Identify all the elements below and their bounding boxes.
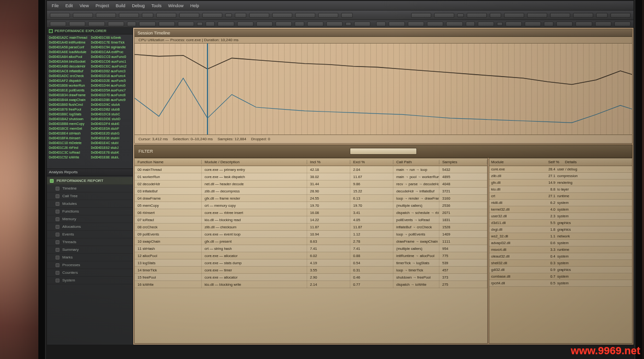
menu-item[interactable]: Tools: [150, 3, 163, 8]
toolbar-button[interactable]: [50, 13, 70, 18]
toolbar-button[interactable]: [159, 22, 175, 26]
symbol-row[interactable]: 0x00401E8E stubL: [91, 155, 131, 160]
symbol-row[interactable]: 0x00401D02 auxFunc3: [91, 69, 131, 74]
table-row[interactable]: 05 memCopycrt — memory copy19.7019.70(mu…: [135, 202, 487, 209]
symbol-row[interactable]: 0x00401E62 stubJ: [91, 146, 131, 150]
column-header[interactable]: Function Name: [135, 160, 202, 164]
toolbar-button[interactable]: [178, 22, 194, 26]
symbol-row[interactable]: 0x00401D2E auxFunc5: [91, 79, 131, 83]
column-header[interactable]: Details: [565, 160, 630, 164]
symbol-row[interactable]: 0x00401BCE memSet: [49, 126, 89, 131]
symbol-row[interactable]: 0x00401A2C mainThread: [49, 35, 89, 40]
toolbar-button[interactable]: [446, 22, 462, 26]
toolbar-button[interactable]: [73, 13, 93, 18]
table-row[interactable]: d3d11.dll5.5graphics: [489, 220, 632, 226]
table-row[interactable]: zlib.dll27.1compression: [489, 173, 632, 180]
toolbar-button[interactable]: [276, 22, 292, 26]
symbol-row[interactable]: 0x00401BB8 memCopy: [49, 122, 89, 126]
symbol-row[interactable]: 0x00401D5A auxFunc7: [91, 88, 131, 93]
toolbar-button[interactable]: [156, 13, 176, 18]
toolbar-button[interactable]: [434, 13, 454, 18]
toolbar-button[interactable]: [525, 22, 541, 26]
table-row[interactable]: crt27.1runtime: [489, 193, 632, 200]
nav-item[interactable]: PERFORMANCE REPORT: [47, 177, 133, 185]
toolbar-button[interactable]: [50, 22, 66, 26]
symbol-row[interactable]: 0x00401ADC crcCheck: [49, 74, 89, 79]
symbol-row[interactable]: 0x00401C68 ioSeek: [91, 35, 131, 40]
symbol-row[interactable]: 0x00401D70 auxFunc8: [91, 93, 131, 98]
symbol-row[interactable]: 0x00401CAA exitProc: [91, 50, 131, 55]
table-row[interactable]: core.exe28.4user / debug: [489, 166, 632, 173]
table-row[interactable]: 13 logStatscore.exe — stats dump4.190.54…: [135, 259, 487, 267]
toolbar-button[interactable]: [272, 13, 292, 18]
symbol-row[interactable]: 0x00401C3C ioRead: [49, 150, 89, 155]
menu-item[interactable]: Build: [114, 3, 127, 8]
symbol-row[interactable]: 0x00401C26 rbFind: [49, 146, 89, 150]
symbol-row[interactable]: 0x00401CC0 auxFunc0: [91, 55, 131, 59]
toolbar-button[interactable]: [142, 13, 153, 18]
symbol-row[interactable]: 0x00401B76 freePool: [49, 107, 89, 112]
menu-item[interactable]: Project: [93, 3, 111, 8]
toolbar-button[interactable]: [614, 22, 631, 26]
nav-item[interactable]: Timeline: [47, 185, 133, 192]
symbol-row[interactable]: 0x00401B34 drawFrame: [49, 93, 89, 98]
symbol-row[interactable]: 0x00401A58 parseConf: [49, 45, 89, 50]
symbol-row[interactable]: 0x00401DC8 stubC: [91, 112, 131, 117]
symbol-row[interactable]: 0x00401D9C stubA: [91, 102, 131, 107]
toolbar-button[interactable]: [408, 22, 424, 26]
datagrid-body[interactable]: 00 mainThreadcore.exe — primary entry42.…: [135, 166, 487, 343]
symbol-list[interactable]: 0x00401A2C mainThread0x00401A40 initRunt…: [47, 34, 133, 168]
symbol-row[interactable]: 0x00401CD6 auxFunc1: [91, 59, 131, 64]
toolbar-button[interactable]: [256, 22, 273, 26]
menu-item[interactable]: Debug: [130, 3, 147, 8]
table-row[interactable]: gdi32.dll0.9graphics: [489, 267, 632, 273]
toolbar-button[interactable]: [427, 22, 443, 26]
toolbar-button[interactable]: [206, 22, 215, 26]
toolbar-button[interactable]: [127, 22, 137, 26]
symbol-row[interactable]: 0x00401C94 sigHandle: [91, 45, 131, 50]
symbol-row[interactable]: 0x00401A9A bindSocket: [49, 59, 89, 64]
table-row[interactable]: combase.dll0.7system: [489, 273, 632, 280]
nav-item[interactable]: Call Tree: [47, 192, 133, 200]
table-row[interactable]: 11 strHashcrt — string hash7.417.41(mult…: [135, 245, 487, 252]
table-row[interactable]: 10 swapChaingfx.dll — present8.632.78dra…: [135, 238, 487, 245]
toolbar-button[interactable]: [295, 22, 304, 26]
toolbar-button[interactable]: [575, 22, 592, 26]
symbol-row[interactable]: 0x00401A6E loadModule: [49, 50, 89, 55]
filter-button[interactable]: [350, 148, 417, 155]
toolbar-button[interactable]: [197, 22, 203, 26]
symbol-row[interactable]: 0x00401B1E pollEvents: [49, 88, 89, 93]
toolbar-button[interactable]: [218, 22, 234, 26]
table-row[interactable]: 14 timerTickcore.exe — timer3.550.31loop…: [135, 267, 487, 274]
toolbar-button[interactable]: [466, 22, 475, 26]
symbol-row[interactable]: 0x00401BFA rbInsert: [49, 136, 89, 141]
table-row[interactable]: 12 allocPoolcore.exe — allocator6.020.88…: [135, 252, 487, 259]
column-header[interactable]: Incl %: [307, 160, 350, 164]
toolbar-button[interactable]: [550, 13, 570, 18]
table-row[interactable]: 09 pollEventscore.exe — event loop10.941…: [135, 231, 487, 238]
table-row[interactable]: gfx.dll14.9rendering: [489, 180, 632, 186]
table-row[interactable]: shell32.dll0.3system: [489, 260, 632, 267]
toolbar-button[interactable]: [596, 13, 608, 18]
symbol-row[interactable]: 0x00401D86 auxFunc9: [91, 98, 131, 102]
nav-item[interactable]: Processes: [47, 261, 133, 269]
column-header[interactable]: Module: [491, 160, 534, 164]
toolbar-button[interactable]: [467, 13, 487, 18]
toolbar-button[interactable]: [69, 22, 85, 26]
table-row[interactable]: 02 decodeHdrnet.dll — header decode31.44…: [135, 180, 487, 188]
column-header[interactable]: Excl %: [350, 160, 393, 164]
table-row[interactable]: dxgi.dll1.8graphics: [489, 226, 632, 233]
symbol-row[interactable]: 0x00401B08 workerRun: [49, 83, 89, 88]
toolbar-button[interactable]: [389, 22, 405, 26]
toolbar-button[interactable]: [527, 13, 547, 18]
chart-area[interactable]: [135, 44, 632, 135]
table-row[interactable]: 01 workerRuncore.exe — task dispatch38.0…: [135, 173, 487, 180]
nav-item[interactable]: Memory: [47, 215, 133, 223]
toolbar-button[interactable]: [119, 13, 139, 18]
table-row[interactable]: 03 inflateBufzlib.dll — decompress28.901…: [135, 188, 487, 195]
nav-item[interactable]: Summary: [47, 246, 133, 254]
toolbar-button[interactable]: [354, 22, 370, 26]
column-header[interactable]: Self %: [540, 160, 559, 164]
table-row[interactable]: msvcrt.dll3.3runtime: [489, 247, 632, 253]
menu-item[interactable]: File: [50, 3, 61, 8]
